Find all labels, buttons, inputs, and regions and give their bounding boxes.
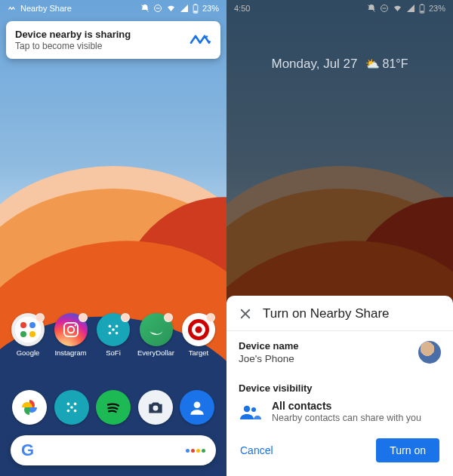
dnd-icon [140,4,149,13]
device-visibility-row[interactable]: Device visibility All contacts Nearby co… [226,373,453,432]
nearby-share-bottom-sheet: Turn on Nearby Share Device name Joe's P… [226,296,453,476]
wifi-icon [393,4,402,13]
app-instagram[interactable]: Instagram [52,313,90,357]
dock-app2[interactable] [53,390,91,427]
wifi-icon [166,4,176,13]
notification-subtitle: Tap to become visible [15,41,131,51]
do-not-disturb-icon [380,4,389,13]
svg-point-39 [244,405,250,411]
sheet-title: Turn on Nearby Share [263,306,390,321]
dock [0,390,226,427]
nearby-share-icon [189,30,211,50]
cancel-button[interactable]: Cancel [240,444,273,456]
google-logo-icon: G [21,441,34,460]
svg-point-40 [251,407,256,412]
status-bar: Nearby Share 23% [0,0,226,17]
svg-point-11 [29,331,35,337]
assistant-icon[interactable] [186,449,205,453]
battery-percent: 23% [202,4,219,13]
svg-point-14 [74,324,76,326]
device-name-value: Joe's Phone [239,353,299,364]
app-sofi[interactable]: SoFi [94,313,132,357]
weather-icon: ⛅ [365,57,380,71]
turn-on-button[interactable]: Turn on [376,438,439,462]
svg-point-25 [66,410,69,413]
temperature: 81°F [383,57,408,71]
status-bar: 4:50 23% [226,0,453,17]
nearby-share-notification[interactable]: Device nearby is sharing Tap to become v… [6,21,220,59]
svg-point-30 [194,401,201,408]
battery-icon [419,4,425,14]
svg-point-8 [20,322,26,328]
svg-point-7 [209,41,211,42]
do-not-disturb-icon [153,4,162,13]
app-google-folder[interactable]: Google [9,313,47,357]
svg-point-16 [116,325,119,328]
svg-point-27 [70,406,73,409]
svg-rect-35 [421,4,424,5]
svg-rect-4 [195,4,197,5]
visibility-value: All contacts [272,400,421,412]
signal-icon [406,4,415,13]
svg-point-15 [109,325,112,328]
svg-point-17 [109,332,112,335]
nearby-share-status-icon [8,4,17,13]
svg-point-18 [116,332,119,335]
contacts-icon [239,403,261,421]
svg-point-9 [29,322,35,328]
phone-nearby-share-sheet: 4:50 23% Monday, Jul 27 ⛅ 81°F [226,0,453,476]
dock-camera[interactable] [137,390,174,427]
status-nearby-label: Nearby Share [20,4,72,13]
date-weather-widget[interactable]: Monday, Jul 27 ⛅ 81°F [226,57,453,72]
svg-point-22 [196,327,202,333]
svg-point-23 [66,403,69,406]
search-bar[interactable]: G [11,435,216,465]
svg-rect-36 [421,11,424,12]
svg-point-6 [206,35,208,37]
notification-title: Device nearby is sharing [15,29,131,40]
visibility-label: Device visibility [239,382,441,394]
battery-percent: 23% [429,4,445,13]
visibility-description: Nearby contacts can share with you [272,413,421,423]
svg-rect-5 [194,11,197,12]
battery-icon [193,4,199,14]
svg-point-13 [67,327,73,333]
signal-icon [180,4,189,13]
dock-photos[interactable] [11,390,48,427]
svg-point-26 [73,410,76,413]
device-name-row[interactable]: Device name Joe's Phone [226,331,453,373]
close-icon[interactable] [239,307,252,321]
phone-home-screen: Nearby Share 23% Device nearby is sharin… [0,0,226,476]
svg-point-19 [112,328,115,331]
app-everydollar[interactable]: EveryDollar [137,313,175,357]
svg-point-10 [20,331,26,337]
device-name-label: Device name [239,340,299,352]
dnd-icon [367,4,376,13]
app-target[interactable]: Target [180,313,217,357]
svg-point-29 [153,406,158,411]
avatar[interactable] [418,341,441,364]
app-grid: Google Instagram SoFi EveryDollar [0,313,226,363]
date-text: Monday, Jul 27 [272,57,358,72]
svg-point-24 [73,403,76,406]
dock-spotify[interactable] [94,390,132,427]
status-time: 4:50 [234,4,250,13]
dock-contacts[interactable] [178,390,216,427]
